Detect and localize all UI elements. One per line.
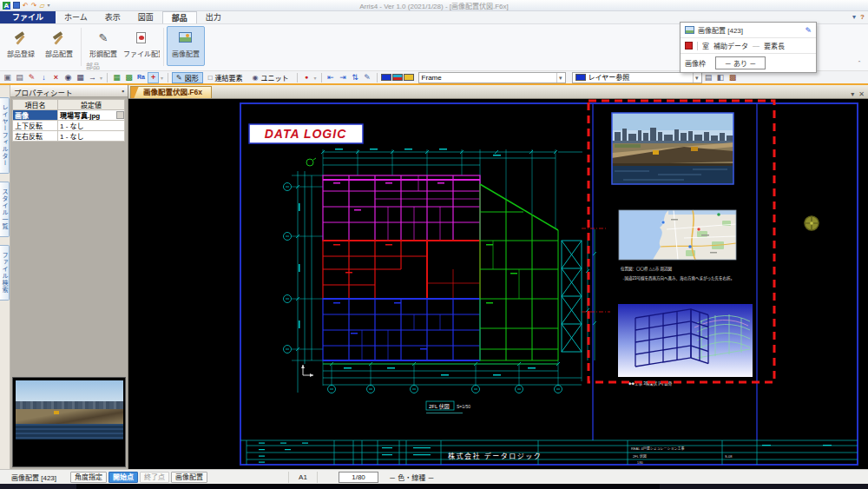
record-icon[interactable]	[685, 42, 693, 50]
room-label[interactable]: 室	[702, 41, 709, 50]
layer-copy-icon[interactable]: ▤	[703, 72, 714, 83]
scale-input[interactable]: 1/80	[339, 472, 378, 483]
browse-button[interactable]	[116, 111, 124, 119]
snap-grid-icon[interactable]: ▦	[111, 72, 122, 83]
image-frame-select[interactable]: － あり －	[715, 56, 766, 69]
dimension-lines	[292, 149, 596, 393]
axis-arrow	[301, 365, 313, 377]
image-place-button[interactable]: 画像配置	[167, 26, 205, 66]
layer-reference-combo[interactable]: レイヤー参照 ▾	[572, 72, 702, 83]
ribbon-collapse-icon[interactable]: ＾	[856, 60, 863, 69]
window-title: Arris4 - Ver 1.0 (2021/1/28) - [画像配置伏図.F…	[0, 1, 868, 10]
property-value-image[interactable]: 現場写真.jpg	[58, 110, 125, 121]
pencil-icon[interactable]: ✎	[26, 72, 37, 83]
combo-arrow-icon: ▾	[556, 73, 562, 83]
tab-view[interactable]: 表示	[96, 11, 129, 23]
property-value-flip-h[interactable]: 1 - なし	[58, 131, 125, 142]
sidebar-tab-layer-filter[interactable]: レイヤーフィルター	[0, 97, 10, 174]
sidebar-tab-file-search[interactable]: ファイル検索	[0, 245, 10, 301]
grid-icon[interactable]: ▦	[75, 72, 86, 83]
panel-separator	[697, 42, 698, 50]
plan-caption: 2FL 伏図 S=1/50	[426, 401, 470, 413]
model-3d-image[interactable]	[618, 304, 753, 377]
column-header-item: 項目名	[13, 100, 58, 110]
overflow-dots: ▾	[100, 75, 102, 81]
drawing-svg: DATA LOGIC	[128, 99, 868, 469]
photo-image[interactable]	[612, 113, 733, 184]
parts-register-button[interactable]: 部品登録	[2, 26, 40, 66]
tab-file[interactable]: ファイル	[0, 11, 56, 23]
crosshair-snap-icon[interactable]: +	[148, 72, 159, 83]
property-row-flip-horizontal: 左右反転 1 - なし	[13, 131, 125, 142]
save-icon[interactable]	[13, 2, 20, 9]
titleblock-project: REAL 4戸建シミュレーション工事	[631, 446, 684, 451]
pencil-shape-icon: ✎	[95, 30, 112, 46]
snap-grid2-icon[interactable]: ▩	[123, 72, 135, 83]
frame-combo[interactable]: Frame ▾	[418, 72, 566, 83]
sheet-icon[interactable]: ▣	[2, 72, 13, 83]
image-frame-label: 画像枠	[685, 58, 706, 68]
status-button-start-point[interactable]: 開始点	[108, 472, 138, 483]
export-icon[interactable]: →	[87, 72, 98, 83]
property-name-image[interactable]: 画像	[13, 110, 58, 121]
undo-icon[interactable]: ↶	[23, 2, 29, 10]
pencil-icon: ✎	[176, 74, 182, 82]
property-name-flip-h[interactable]: 左右反転	[13, 131, 58, 142]
element-length-label[interactable]: 要素長	[764, 41, 785, 50]
import-icon[interactable]: ↓	[38, 72, 49, 83]
document-tab[interactable]: 画像配置伏図.F6x	[130, 86, 212, 98]
floor-plan-red-section	[323, 241, 480, 299]
file-icon	[133, 30, 150, 46]
ra-icon[interactable]: Ra	[135, 72, 147, 83]
excavator	[653, 150, 659, 155]
status-button-angle[interactable]: 角度指定	[70, 472, 107, 483]
hammer-icon	[12, 30, 30, 46]
color-swatch-dual[interactable]	[392, 74, 403, 81]
status-button-image-place[interactable]: 画像配置	[171, 472, 207, 483]
print-icon[interactable]: ▤	[14, 72, 25, 83]
color-linetype-label[interactable]: － 色・線種 －	[389, 472, 434, 482]
image-preview-thumbnail	[16, 380, 123, 439]
qat-dropdown-icon[interactable]: ▾	[48, 2, 50, 10]
tab-output[interactable]: 出力	[197, 11, 230, 23]
tab-drawing[interactable]: 図面	[129, 11, 162, 23]
tab-list-icon[interactable]: ▾	[851, 90, 854, 98]
tab-home[interactable]: ホーム	[56, 11, 96, 23]
column-header-value: 設定値	[58, 100, 125, 110]
align-left-icon[interactable]: ⇤	[326, 72, 337, 83]
toolbar-separator	[107, 73, 108, 83]
point-icon[interactable]: ●	[301, 72, 312, 83]
help-icon[interactable]: ?	[860, 13, 865, 21]
sidebar-tab-style-list[interactable]: スタイル一覧	[0, 182, 10, 237]
chevron-down-icon[interactable]: ▾	[852, 13, 856, 21]
map-image[interactable]	[619, 210, 736, 260]
aux-data-label[interactable]: 補助データ	[713, 41, 748, 50]
tab-parts[interactable]: 部品	[162, 11, 197, 23]
color-swatch-blue[interactable]	[381, 74, 391, 81]
reference-lines	[582, 228, 610, 312]
open-folder-icon[interactable]: ▱	[39, 2, 44, 10]
layer-lock-icon[interactable]: ▩	[727, 72, 739, 83]
property-name-flip-v[interactable]: 上下反転	[13, 121, 58, 131]
swap-icon[interactable]: ⇅	[350, 72, 361, 83]
unit-button[interactable]: ◉ ユニット	[248, 72, 293, 83]
property-value-flip-v[interactable]: 1 - なし	[58, 121, 125, 131]
toolbar-separator	[321, 73, 322, 83]
pin-icon[interactable]: ▪	[122, 87, 124, 95]
drawing-canvas[interactable]: DATA LOGIC	[128, 99, 868, 469]
company-name: 株式会社 データロジック	[448, 452, 542, 460]
search-icon[interactable]: ◉	[62, 72, 74, 83]
delete-icon[interactable]: ×	[50, 72, 62, 83]
shape-mode-button[interactable]: ✎ 図形	[172, 72, 203, 83]
layer-window-icon[interactable]: ◧	[715, 72, 727, 83]
unit-icon: ◉	[253, 74, 259, 82]
edit-icon[interactable]: ✎	[362, 72, 373, 83]
align-right-icon[interactable]: ⇥	[338, 72, 349, 83]
app-logo-icon: A	[3, 2, 10, 10]
link-element-button[interactable]: □ 連結要素	[204, 72, 247, 83]
color-swatch-yellow[interactable]	[404, 74, 414, 81]
redo-icon[interactable]: ↷	[31, 2, 37, 10]
tab-close-icon[interactable]: ✕	[858, 90, 865, 98]
snap-cursor[interactable]	[805, 216, 819, 230]
quill-icon[interactable]: ✎	[805, 26, 812, 35]
